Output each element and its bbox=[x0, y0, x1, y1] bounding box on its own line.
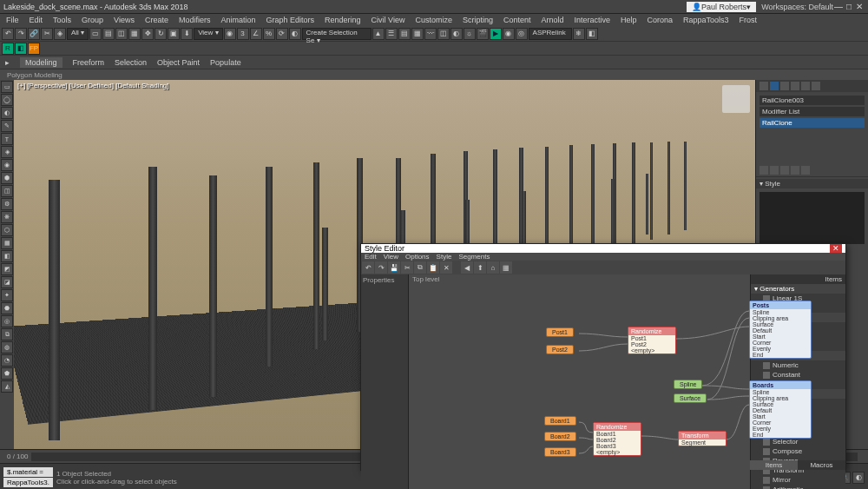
viewport-label[interactable]: [+] [Perspective] [User Defined] [Defaul… bbox=[17, 82, 169, 89]
undo-button[interactable]: ↶ bbox=[2, 28, 14, 40]
undo-button[interactable]: ↶ bbox=[362, 261, 374, 274]
prev-button[interactable]: ◀ bbox=[461, 261, 473, 274]
link-button[interactable]: 🔗 bbox=[28, 28, 40, 40]
configure-sets-button[interactable] bbox=[801, 166, 810, 175]
delete-button[interactable]: ✕ bbox=[440, 261, 452, 274]
viewcube[interactable] bbox=[722, 85, 750, 113]
items-category-generators[interactable]: ▾ Generators bbox=[751, 284, 845, 294]
left-tool-6[interactable]: ◉ bbox=[1, 159, 13, 171]
object-name-field[interactable]: RailClone003 bbox=[760, 96, 865, 105]
tab-populate[interactable]: Populate bbox=[210, 58, 241, 67]
left-tool-5[interactable]: ◈ bbox=[1, 146, 13, 158]
snap-button[interactable]: 3 bbox=[237, 28, 249, 40]
dialog-menu-options[interactable]: Options bbox=[405, 253, 430, 261]
left-tool-21[interactable]: ◔ bbox=[1, 354, 13, 367]
menu-rendering[interactable]: Rendering bbox=[320, 16, 365, 24]
left-tool-14[interactable]: ◩ bbox=[1, 263, 13, 275]
gen-slot[interactable]: Evenly bbox=[750, 426, 811, 432]
gen-slot[interactable]: Start bbox=[750, 334, 811, 340]
left-tool-3[interactable]: ✎ bbox=[1, 120, 13, 132]
layers-button[interactable]: ▤ bbox=[398, 28, 411, 40]
macro-button[interactable]: ▦ bbox=[500, 261, 512, 274]
gen-slot[interactable]: Spline bbox=[750, 389, 811, 395]
menu-group[interactable]: Group bbox=[77, 16, 108, 24]
corona-btn-1[interactable]: ◉ bbox=[503, 28, 515, 40]
scale-button[interactable]: ▣ bbox=[168, 28, 180, 40]
extra-btn[interactable]: ◧ bbox=[586, 28, 598, 40]
menu-animation[interactable]: Animation bbox=[216, 16, 260, 24]
left-tool-19[interactable]: ⧉ bbox=[1, 328, 13, 340]
menu-views[interactable]: Views bbox=[109, 16, 139, 24]
left-tool-22[interactable]: ⬟ bbox=[1, 367, 13, 380]
left-tool-1[interactable]: ◯ bbox=[1, 94, 13, 106]
railclone-btn-2[interactable]: ◧ bbox=[15, 43, 27, 55]
left-tool-17[interactable]: ⬣ bbox=[1, 302, 13, 314]
menu-rappatools3[interactable]: RappaTools3 bbox=[679, 16, 733, 24]
save-button[interactable]: 💾 bbox=[388, 261, 400, 274]
menu-content[interactable]: Content bbox=[499, 16, 536, 24]
menu-frost[interactable]: Frost bbox=[735, 16, 762, 24]
up-button[interactable]: ⬆ bbox=[474, 261, 486, 274]
items-entry-numeric[interactable]: Numeric bbox=[751, 360, 845, 370]
menu-edit[interactable]: Edit bbox=[25, 16, 48, 24]
node-board1[interactable]: Board1 bbox=[544, 416, 576, 426]
gen-slot[interactable]: Default bbox=[750, 327, 811, 334]
dialog-menu-view[interactable]: View bbox=[384, 253, 398, 261]
gen-slot[interactable]: Corner bbox=[750, 340, 811, 346]
nav-button-4[interactable]: ◐ bbox=[852, 472, 865, 484]
node-post2[interactable]: Post2 bbox=[546, 345, 574, 354]
modifier-list-dropdown[interactable]: Modifier List bbox=[760, 107, 865, 116]
left-tool-7[interactable]: ⬢ bbox=[1, 172, 13, 184]
menu-corona[interactable]: Corona bbox=[643, 16, 678, 24]
listener-line-2[interactable]: RappaTools3. bbox=[3, 478, 53, 487]
node-generator-posts[interactable]: Posts SplineClipping areaSurfaceDefaultS… bbox=[749, 301, 812, 359]
gen-slot[interactable]: End bbox=[750, 432, 811, 438]
menu-help[interactable]: Help bbox=[616, 16, 641, 24]
left-tool-0[interactable]: ▭ bbox=[1, 81, 13, 93]
node-randomize-boards[interactable]: Randomize Board1 Board2 Board3 <empty> bbox=[593, 422, 641, 456]
left-tool-15[interactable]: ◪ bbox=[1, 276, 13, 288]
macros-tab[interactable]: Macros bbox=[798, 460, 845, 470]
make-unique-button[interactable] bbox=[780, 166, 789, 175]
node-transform[interactable]: Transform Segment bbox=[678, 431, 727, 446]
menu-civil-view[interactable]: Civil View bbox=[367, 16, 410, 24]
dialog-titlebar[interactable]: Style Editor ✕ bbox=[361, 244, 845, 253]
pivot-button[interactable]: ◉ bbox=[224, 28, 236, 40]
ribbon-subpanel[interactable]: Polygon Modeling bbox=[0, 69, 868, 80]
user-badge[interactable]: 👤 Paul Roberts ▾ bbox=[687, 2, 756, 12]
ribbon-expander[interactable]: ▸ bbox=[5, 58, 10, 67]
render-frame-button[interactable]: 🎬 bbox=[477, 28, 489, 40]
gen-slot[interactable]: Surface bbox=[750, 321, 811, 327]
menu-scripting[interactable]: Scripting bbox=[458, 16, 497, 24]
gen-slot[interactable]: Spline bbox=[750, 309, 811, 315]
gen-slot[interactable]: End bbox=[750, 352, 811, 358]
sel-filter-dropdown[interactable]: All ▾ bbox=[67, 28, 89, 40]
modifier-stack-item[interactable]: RailClone bbox=[760, 118, 865, 128]
tab-freeform[interactable]: Freeform bbox=[73, 58, 105, 67]
minimize-button[interactable]: — bbox=[833, 2, 844, 11]
align-button[interactable]: ☰ bbox=[385, 28, 398, 40]
node-spline[interactable]: Spline bbox=[674, 380, 702, 389]
placement-button[interactable]: ⬇ bbox=[181, 28, 193, 40]
pin-stack-button[interactable] bbox=[760, 166, 768, 175]
maximize-button[interactable]: □ bbox=[844, 2, 854, 11]
modify-tab[interactable] bbox=[770, 82, 779, 90]
left-tool-23[interactable]: ◭ bbox=[1, 380, 13, 393]
items-entry-arithmetic[interactable]: Arithmetic bbox=[751, 485, 845, 489]
node-canvas[interactable]: Top level Post1 Post2 Spline Surface Boa… bbox=[409, 274, 750, 489]
percent-snap-button[interactable]: % bbox=[263, 28, 275, 40]
node-surface[interactable]: Surface bbox=[674, 393, 707, 403]
gen-slot[interactable]: Evenly bbox=[750, 346, 811, 352]
dialog-close-button[interactable]: ✕ bbox=[830, 244, 842, 253]
refcoord-dropdown[interactable]: View ▾ bbox=[194, 28, 222, 40]
gen-slot[interactable]: Corner bbox=[750, 420, 811, 426]
menu-interactive[interactable]: Interactive bbox=[569, 16, 615, 24]
menu-tools[interactable]: Tools bbox=[49, 16, 76, 24]
dialog-menu-segments[interactable]: Segments bbox=[458, 253, 490, 261]
redo-button[interactable]: ↷ bbox=[375, 261, 387, 274]
node-generator-boards[interactable]: Boards SplineClipping areaSurfaceDefault… bbox=[749, 380, 812, 439]
left-tool-4[interactable]: T bbox=[1, 133, 13, 145]
mirror-button[interactable]: ▲ bbox=[372, 28, 385, 40]
left-tool-9[interactable]: ⚙ bbox=[1, 198, 13, 210]
move-button[interactable]: ✥ bbox=[141, 28, 154, 40]
